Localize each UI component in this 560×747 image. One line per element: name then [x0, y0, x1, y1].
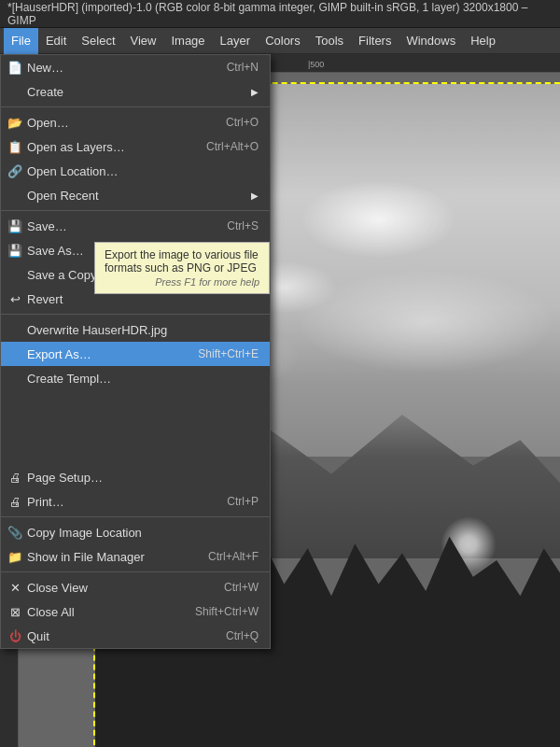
- menu-item-create-template[interactable]: Create Templ…: [1, 366, 270, 390]
- menu-colors[interactable]: Colors: [258, 28, 308, 54]
- close-icon: ✕: [7, 581, 23, 595]
- svg-text:|500: |500: [308, 60, 324, 69]
- sep5: [1, 571, 270, 572]
- quit-icon: ⏻: [7, 629, 23, 643]
- save-icon: 💾: [7, 219, 23, 233]
- menu-windows[interactable]: Windows: [399, 28, 463, 54]
- menu-item-print[interactable]: 🖨 Print… Ctrl+P: [1, 489, 270, 514]
- menu-image[interactable]: Image: [163, 28, 212, 54]
- menu-edit[interactable]: Edit: [38, 28, 74, 54]
- export-tooltip: Export the image to various file formats…: [94, 242, 270, 294]
- copy-icon: 📎: [7, 526, 23, 540]
- tooltip-text: Export the image to various file formats…: [105, 248, 259, 275]
- menu-item-open[interactable]: 📂 Open… Ctrl+O: [1, 110, 270, 134]
- menu-item-save[interactable]: 💾 Save… Ctrl+S: [1, 214, 270, 238]
- menu-item-show-file-manager[interactable]: 📁 Show in File Manager Ctrl+Alt+F: [1, 544, 270, 569]
- menu-filters[interactable]: Filters: [351, 28, 399, 54]
- tooltip-hint: Press F1 for more help: [105, 276, 259, 288]
- sep2: [1, 210, 270, 211]
- menu-item-export-as[interactable]: Export As… Shift+Ctrl+E: [1, 342, 270, 366]
- open-icon: 📂: [7, 116, 23, 130]
- menu-bar: File Edit Select View Image Layer Colors…: [0, 28, 560, 54]
- menu-help[interactable]: Help: [463, 28, 503, 54]
- file-dropdown: 📄 New… Ctrl+N Create 📂 Open… Ctrl+O 📋 Op…: [0, 54, 271, 649]
- sep3: [1, 314, 270, 315]
- location-icon: 🔗: [7, 164, 23, 178]
- menu-item-open-recent[interactable]: Open Recent: [1, 183, 270, 207]
- sep1: [1, 106, 270, 107]
- menu-item-new[interactable]: 📄 New… Ctrl+N: [1, 55, 270, 79]
- save-as-icon: 💾: [7, 244, 23, 258]
- open-layers-icon: 📋: [7, 140, 23, 154]
- title-text: *[HauserHDR] (imported)-1.0 (RGB color 8…: [7, 1, 553, 27]
- menu-layer[interactable]: Layer: [213, 28, 259, 54]
- revert-icon: ↩: [7, 292, 23, 306]
- menu-item-create[interactable]: Create: [1, 79, 270, 104]
- close-all-icon: ⊠: [7, 605, 23, 619]
- menu-item-copy-location[interactable]: 📎 Copy Image Location: [1, 520, 270, 544]
- menu-view[interactable]: View: [123, 28, 164, 54]
- menu-file[interactable]: File: [4, 28, 38, 54]
- menu-item-overwrite[interactable]: Overwrite HauserHDR.jpg: [1, 317, 270, 342]
- menu-select[interactable]: Select: [74, 28, 122, 54]
- file-manager-icon: 📁: [7, 550, 23, 564]
- menu-item-open-as-layers[interactable]: 📋 Open as Layers… Ctrl+Alt+O: [1, 134, 270, 159]
- sep4: [1, 516, 270, 517]
- menu-tools[interactable]: Tools: [308, 28, 351, 54]
- menu-item-quit[interactable]: ⏻ Quit Ctrl+Q: [1, 624, 270, 648]
- page-setup-icon: 🖨: [7, 471, 23, 485]
- title-bar: *[HauserHDR] (imported)-1.0 (RGB color 8…: [0, 0, 560, 28]
- menu-item-page-setup[interactable]: 🖨 Page Setup…: [1, 465, 270, 489]
- menu-item-close-view[interactable]: ✕ Close View Ctrl+W: [1, 575, 270, 599]
- menu-item-open-location[interactable]: 🔗 Open Location…: [1, 159, 270, 183]
- new-icon: 📄: [7, 61, 23, 75]
- print-icon: 🖨: [7, 495, 23, 509]
- menu-item-close-all[interactable]: ⊠ Close All Shift+Ctrl+W: [1, 599, 270, 624]
